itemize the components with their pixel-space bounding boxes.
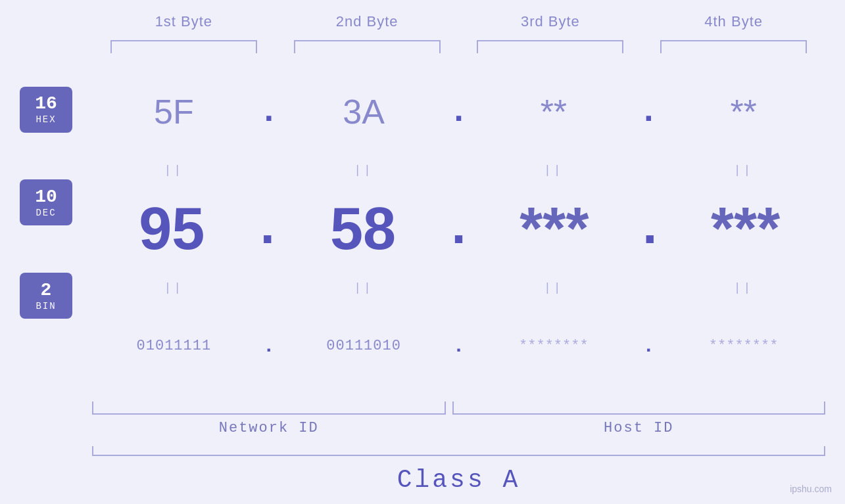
hex-b4: ** (662, 92, 825, 131)
hex-badge: 16 HEX (20, 87, 72, 133)
hex-b1: 5F (92, 92, 256, 131)
class-bracket (92, 446, 825, 456)
bin-row: 01011111 . 00111010 . ******** . *******… (92, 298, 825, 395)
byte-headers: 1st Byte 2nd Byte 3rd Byte 4th Byte (92, 0, 825, 30)
dot-hex-3: . (635, 93, 662, 131)
dec-b3-value: *** (519, 196, 589, 262)
eq1-b4: || (662, 164, 825, 177)
bin-b3: ******** (472, 338, 636, 354)
network-id-label: Network ID (92, 420, 446, 436)
bin-badge-num: 2 (41, 281, 52, 301)
dot-hex-1: . (256, 93, 282, 131)
hex-b1-value: 5F (154, 93, 194, 131)
dot-hex-2: . (446, 93, 472, 131)
dot-dec-3: . (634, 199, 665, 259)
bin-b1: 01011111 (92, 338, 256, 354)
hex-row: 5F . 3A . ** . ** (92, 63, 825, 160)
equals-row-1: || || || || (92, 160, 825, 180)
host-bracket (452, 401, 826, 415)
eq2-b1: || (92, 281, 256, 294)
top-bracket-3 (459, 37, 642, 57)
hex-b2-value: 3A (343, 93, 385, 131)
eq2-b4: || (662, 281, 825, 294)
hex-b4-value: ** (730, 93, 756, 131)
eq1-b1: || (92, 164, 256, 177)
dot-bin-3: . (635, 335, 662, 357)
data-columns: 5F . 3A . ** . ** || || (92, 63, 825, 395)
dec-b3: *** (475, 195, 635, 263)
id-labels: Network ID Host ID (92, 420, 825, 436)
watermark: ipshu.com (790, 484, 832, 494)
bin-b3-value: ******** (519, 338, 589, 354)
dot-bin-1: . (256, 335, 282, 357)
class-label: Class A (92, 466, 825, 504)
host-id-label: Host ID (452, 420, 826, 436)
bin-badge-base: BIN (36, 301, 56, 311)
dec-b1-value: 95 (139, 196, 205, 262)
top-bracket-inner-3 (477, 40, 623, 53)
hex-b2: 3A (282, 92, 446, 131)
top-bracket-inner-2 (294, 40, 441, 53)
hex-b3-value: ** (541, 93, 567, 131)
bin-b4-value: ******** (709, 338, 779, 354)
bin-b4: ******** (662, 338, 825, 354)
dec-row: 95 . 58 . *** . *** (92, 180, 825, 277)
top-bracket-1 (92, 37, 276, 57)
eq1-b3: || (472, 164, 636, 177)
hex-badge-num: 16 (35, 94, 57, 114)
eq2-b3: || (472, 281, 636, 294)
dec-b4-value: *** (711, 196, 780, 262)
dec-b2-value: 58 (330, 196, 396, 262)
top-bracket-4 (642, 37, 825, 57)
dec-badge-num: 10 (35, 187, 57, 208)
dec-b4: *** (665, 195, 825, 263)
top-brackets (92, 37, 825, 57)
bin-b2: 00111010 (282, 338, 446, 354)
dec-badge-base: DEC (36, 208, 56, 218)
bottom-brackets (92, 395, 825, 415)
dec-b2: 58 (283, 195, 443, 263)
bin-b1-value: 01011111 (137, 338, 212, 354)
eq2-b2: || (282, 281, 446, 294)
class-bracket-row (92, 446, 825, 459)
dot-dec-2: . (443, 199, 474, 259)
bin-b2-value: 00111010 (326, 338, 401, 354)
eq1-b2: || (282, 164, 446, 177)
top-bracket-inner-1 (110, 40, 257, 53)
labels-column: 16 HEX 10 DEC 2 BIN (0, 63, 92, 395)
hex-b3: ** (472, 92, 636, 131)
bottom-section: Network ID Host ID Class A (92, 395, 825, 504)
dot-bin-2: . (446, 335, 472, 357)
main-container: 1st Byte 2nd Byte 3rd Byte 4th Byte 16 H… (0, 0, 845, 504)
hex-badge-base: HEX (36, 114, 56, 125)
dot-dec-1: . (252, 199, 283, 259)
main-content: 16 HEX 10 DEC 2 BIN 5F . 3A (0, 63, 845, 395)
top-bracket-inner-4 (660, 40, 807, 53)
dec-b1: 95 (92, 195, 252, 263)
byte4-header: 4th Byte (642, 13, 825, 30)
dec-badge: 10 DEC (20, 179, 72, 225)
byte3-header: 3rd Byte (459, 13, 642, 30)
byte1-header: 1st Byte (92, 13, 276, 30)
top-bracket-2 (276, 37, 459, 57)
equals-row-2: || || || || (92, 278, 825, 298)
network-bracket (92, 401, 446, 415)
byte2-header: 2nd Byte (276, 13, 459, 30)
bin-badge: 2 BIN (20, 273, 72, 319)
